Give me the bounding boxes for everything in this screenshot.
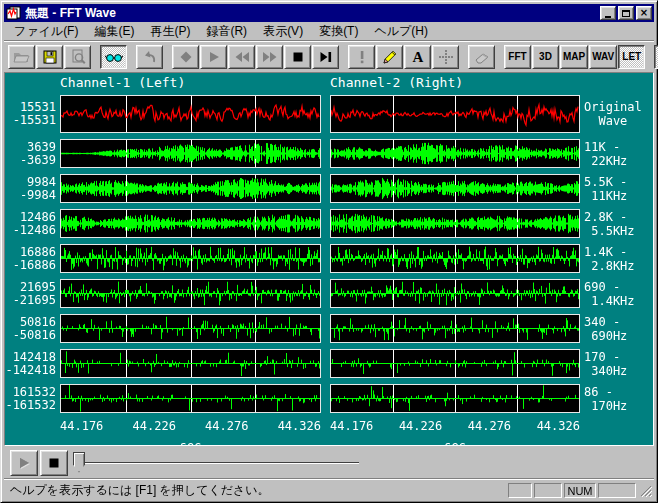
titlebar: 無題 - FFT Wave × (4, 4, 654, 22)
spacer (321, 76, 330, 89)
y-scale-row-5: 21695-21695 (5, 279, 60, 308)
glasses-icon (105, 49, 123, 65)
waveform-canvas (331, 315, 579, 342)
wav-button[interactable]: WAV (589, 45, 617, 69)
status-panel-3 (598, 483, 636, 498)
channel-1-header: Channel-1 (Left) (60, 76, 321, 89)
minimize-button[interactable] (600, 6, 616, 20)
stop-button[interactable] (284, 45, 311, 69)
stop-icon (46, 455, 62, 471)
time-tick: 44.176 (330, 419, 373, 434)
menu-item-2[interactable]: 再生(P) (142, 21, 198, 42)
grid-icon (438, 49, 454, 65)
slider-track[interactable] (75, 462, 359, 464)
waveform-canvas (61, 385, 320, 412)
transport-stop-button[interactable] (40, 450, 68, 476)
wave-panel-ch2-row-3 (330, 209, 580, 238)
wave-panel-ch1-row-1 (60, 139, 321, 168)
waveform-canvas (61, 175, 320, 202)
pencil-icon (382, 49, 398, 65)
y-scale-pos: 12486 (5, 211, 56, 224)
play-icon (16, 455, 32, 471)
menu-item-6[interactable]: ヘルプ(H) (366, 21, 436, 42)
time-axis-ch2: 44.17644.22644.27644.326 (330, 419, 580, 434)
position-slider[interactable] (73, 450, 359, 476)
ch1-button[interactable]: Ch1 (654, 45, 658, 69)
maximize-button[interactable] (618, 6, 634, 20)
menu-item-0[interactable]: ファイル(F) (6, 21, 86, 42)
wave-panel-ch2-row-2 (330, 174, 580, 203)
slider-thumb[interactable] (73, 452, 85, 473)
svg-text:A: A (412, 49, 423, 65)
waveform-canvas (61, 140, 320, 167)
y-scale-pos: 16886 (5, 246, 56, 259)
pencil-button[interactable] (376, 45, 403, 69)
channel-2-header: Channel-2 (Right) (330, 76, 580, 89)
fft-button[interactable]: FFT (504, 45, 531, 69)
waveform-canvas (331, 210, 579, 237)
band-label-line: 170 - (584, 350, 653, 364)
band-label-line: 340 - (584, 315, 653, 329)
toolbar-separator (460, 56, 467, 57)
y-scale-row-3: 12486-12486 (5, 209, 60, 238)
y-scale-row-4: 16886-16886 (5, 244, 60, 273)
let-button[interactable]: LET (618, 45, 645, 69)
spacer (321, 244, 330, 273)
time-tick: 44.276 (468, 419, 511, 434)
time-tick: 44.226 (399, 419, 442, 434)
undo-icon (142, 49, 158, 65)
play-button (200, 45, 227, 69)
menu-item-5[interactable]: 変換(T) (311, 21, 366, 42)
menu-item-3[interactable]: 録音(R) (198, 21, 255, 42)
y-scale-row-2: 9984-9984 (5, 174, 60, 203)
menu-item-1[interactable]: 編集(E) (86, 21, 142, 42)
y-scale-neg: -21695 (5, 294, 56, 307)
transport-play-button[interactable] (10, 450, 38, 476)
close-button[interactable]: × (636, 6, 652, 20)
status-panel-0 (508, 483, 532, 498)
spacer (321, 209, 330, 238)
map-button[interactable]: MAP (560, 45, 588, 69)
y-scale-pos: 50816 (5, 316, 56, 329)
maximize-icon (622, 10, 630, 17)
spacer (321, 384, 330, 413)
menu-item-4[interactable]: 表示(V) (255, 21, 311, 42)
y-scale-pos: 9984 (5, 176, 56, 189)
resize-grip[interactable] (638, 483, 652, 498)
band-label-row-3: 2.8K - 5.5KHz (580, 209, 653, 238)
waveform-canvas (331, 385, 579, 412)
toolbar-separator (496, 56, 503, 57)
waveform-canvas (61, 350, 320, 377)
3d-button[interactable]: 3D (532, 45, 559, 69)
spacer (321, 279, 330, 308)
spacer (580, 419, 653, 434)
save-button[interactable] (36, 45, 63, 69)
wav-button-label: WAV (592, 51, 614, 62)
close-icon: × (640, 8, 648, 18)
time-tick: 44.326 (278, 419, 321, 434)
y-scale-neg: -9984 (5, 189, 56, 202)
play-icon (206, 49, 222, 65)
stop-icon (290, 49, 306, 65)
seek-end-button[interactable] (312, 45, 339, 69)
text-button[interactable]: A (404, 45, 431, 69)
window-title: 無題 - FFT Wave (25, 5, 597, 22)
waveform-canvas (331, 245, 579, 272)
open-icon (13, 49, 30, 65)
wave-panel-ch1-row-3 (60, 209, 321, 238)
view-wave-button[interactable] (100, 45, 127, 69)
time-axis-ch1: 44.17644.22644.27644.326 (60, 419, 321, 434)
band-label-line: 2.8KHz (584, 259, 653, 273)
toolbar: AFFT3DMAPWAVLETCh1Ch2??? (4, 41, 654, 72)
waveform-canvas (331, 140, 579, 167)
y-scale-row-6: 50816-50816 (5, 314, 60, 343)
save-icon (42, 49, 58, 65)
rewind-icon (234, 49, 250, 65)
undo-button (136, 45, 163, 69)
toolbar-separator (340, 56, 347, 57)
time-tick: 44.276 (205, 419, 248, 434)
waveform-canvas (331, 96, 579, 132)
band-label-line: Wave (584, 114, 653, 128)
band-label-row-0: Original Wave (580, 95, 653, 133)
wave-panel-ch2-row-4 (330, 244, 580, 273)
